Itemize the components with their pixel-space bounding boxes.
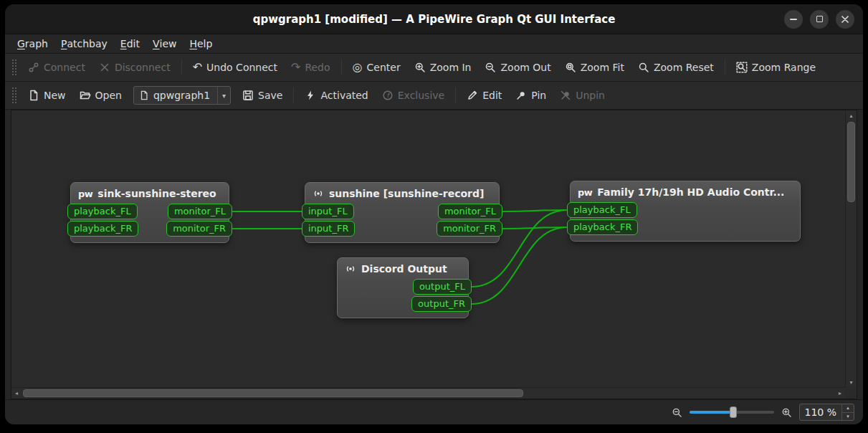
titlebar: qpwgraph1 [modified] — A PipeWire Graph … [5, 4, 863, 34]
input-port[interactable]: playback_FL [67, 204, 138, 219]
zoom-slider-handle[interactable] [730, 406, 737, 418]
node-header: pw Family 17h/19h HD Audio Contr... [571, 181, 800, 201]
menu-help[interactable]: Help [183, 34, 219, 53]
connect-button[interactable]: Connect [22, 57, 92, 78]
app-window: qpwgraph1 [modified] — A PipeWire Graph … [5, 4, 863, 424]
scroll-right-button[interactable]: ▸ [835, 388, 845, 399]
exclusive-toggle[interactable]: f Exclusive [376, 85, 451, 106]
zoom-slider-fill [690, 411, 733, 414]
edit-button[interactable]: Edit [460, 85, 508, 106]
input-port[interactable]: playback_FR [67, 221, 138, 237]
graph-canvas[interactable]: pw sink-sunshine-stereo playback_FL moni… [11, 110, 845, 387]
toolbar-handle[interactable] [11, 87, 17, 104]
save-button[interactable]: Save [236, 85, 289, 106]
center-button[interactable]: ◎ Center [346, 57, 407, 78]
redo-button[interactable]: ↷ Redo [285, 57, 337, 78]
new-button[interactable]: New [22, 85, 72, 106]
horizontal-scrollbar-thumb[interactable] [23, 389, 523, 397]
patchbay-file-icon [139, 90, 149, 100]
menu-patchbay[interactable]: Patchbay [54, 34, 114, 53]
pipewire-icon: pw [78, 189, 92, 199]
port-row: output_FR [338, 296, 468, 312]
node-title: sink-sunshine-stereo [97, 188, 216, 199]
minimize-button[interactable] [784, 10, 803, 29]
open-folder-icon [80, 90, 91, 101]
output-port[interactable]: output_FL [413, 279, 472, 295]
output-port[interactable]: output_FR [411, 296, 472, 312]
menu-view[interactable]: View [146, 34, 183, 53]
connections-layer [11, 110, 845, 387]
combo-dropdown-icon[interactable]: ▾ [217, 87, 230, 104]
spinbox-arrows: ▴ ▾ [841, 404, 854, 420]
pin-icon [515, 90, 527, 101]
activated-bolt-icon [305, 90, 316, 101]
toolbar-separator [341, 60, 342, 75]
scroll-left-button[interactable]: ◂ [11, 388, 22, 399]
zoom-spinbox[interactable]: 110 % ▴ ▾ [799, 404, 854, 421]
graph-node-discord-output[interactable]: Discord Output output_FL output_FR [337, 257, 469, 318]
toolbar-separator [455, 87, 456, 103]
window-controls [784, 4, 854, 34]
menu-graph[interactable]: Graph [11, 34, 54, 53]
toolbar-separator [725, 60, 725, 75]
graph-toolbar: Connect Disconnect ↶ Undo Connect ↷ Redo… [5, 54, 863, 82]
port-row: playback_FR [571, 219, 800, 235]
svg-text:f: f [386, 92, 391, 99]
zoom-fit-icon [565, 62, 576, 73]
horizontal-scrollbar[interactable]: ◂ ▸ [11, 387, 845, 399]
statusbar: 110 % ▴ ▾ [5, 399, 863, 424]
graph-node-sunshine[interactable]: sunshine [sunshine-record] input_FL moni… [305, 182, 500, 243]
graph-node-sink-sunshine-stereo[interactable]: pw sink-sunshine-stereo playback_FL moni… [70, 182, 229, 243]
activated-toggle[interactable]: Activated [298, 85, 374, 106]
input-port[interactable]: playback_FL [567, 202, 637, 218]
port-row: playback_FL monitor_FL [71, 204, 229, 219]
spin-up-button[interactable]: ▴ [842, 404, 854, 413]
open-button[interactable]: Open [73, 85, 128, 106]
zoom-out-small-icon[interactable] [672, 407, 682, 418]
zoom-in-button[interactable]: Zoom In [408, 57, 478, 78]
toolbar-handle[interactable] [11, 59, 17, 76]
undo-connect-button[interactable]: ↶ Undo Connect [186, 57, 284, 78]
stream-icon [313, 188, 324, 199]
zoom-out-button[interactable]: Zoom Out [478, 57, 557, 78]
input-port[interactable]: input_FL [302, 204, 354, 219]
scroll-up-button[interactable]: ▴ [846, 110, 857, 120]
scroll-down-button[interactable]: ▾ [846, 377, 857, 387]
zoom-value[interactable]: 110 % [800, 404, 841, 420]
output-port[interactable]: monitor_FL [438, 204, 502, 219]
zoom-slider[interactable] [690, 411, 774, 414]
port-row: input_FL monitor_FL [305, 204, 499, 219]
spin-down-button[interactable]: ▾ [842, 413, 854, 421]
maximize-button[interactable] [810, 10, 829, 29]
port-row: output_FL [338, 279, 468, 295]
graph-node-family-hd-audio[interactable]: pw Family 17h/19h HD Audio Contr... play… [570, 181, 801, 242]
zoom-fit-button[interactable]: Zoom Fit [558, 57, 631, 78]
zoom-range-button[interactable]: Zoom Range [730, 57, 822, 78]
vertical-scrollbar[interactable]: ▴ ▾ [845, 110, 857, 387]
vertical-scrollbar-thumb[interactable] [847, 122, 855, 202]
output-port[interactable]: monitor_FL [168, 204, 232, 219]
zoom-in-small-icon[interactable] [781, 407, 792, 418]
output-port[interactable]: monitor_FR [437, 221, 502, 237]
unpin-icon [560, 90, 571, 101]
pin-button[interactable]: Pin [509, 85, 553, 106]
close-button[interactable] [836, 10, 854, 29]
menu-edit[interactable]: Edit [114, 34, 146, 53]
port-row: input_FR monitor_FR [305, 221, 499, 237]
save-icon [242, 90, 254, 101]
patchbay-profile-value: qpwgraph1 [153, 90, 210, 101]
patchbay-profile-combo[interactable]: qpwgraph1 ▾ [133, 86, 231, 105]
unpin-button[interactable]: Unpin [553, 85, 611, 106]
port-row: playback_FL [571, 202, 800, 218]
stream-icon [345, 263, 356, 275]
scrollbar-corner [845, 387, 857, 399]
output-port[interactable]: monitor_FR [166, 221, 232, 237]
zoom-reset-button[interactable]: Zoom Reset [631, 57, 720, 78]
connect-icon [28, 62, 39, 73]
input-port[interactable]: input_FR [302, 221, 355, 237]
input-port[interactable]: playback_FR [567, 219, 638, 235]
disconnect-button[interactable]: Disconnect [92, 57, 177, 78]
node-header: pw sink-sunshine-stereo [71, 183, 229, 202]
pipewire-icon: pw [578, 187, 592, 198]
undo-icon: ↶ [193, 62, 202, 73]
